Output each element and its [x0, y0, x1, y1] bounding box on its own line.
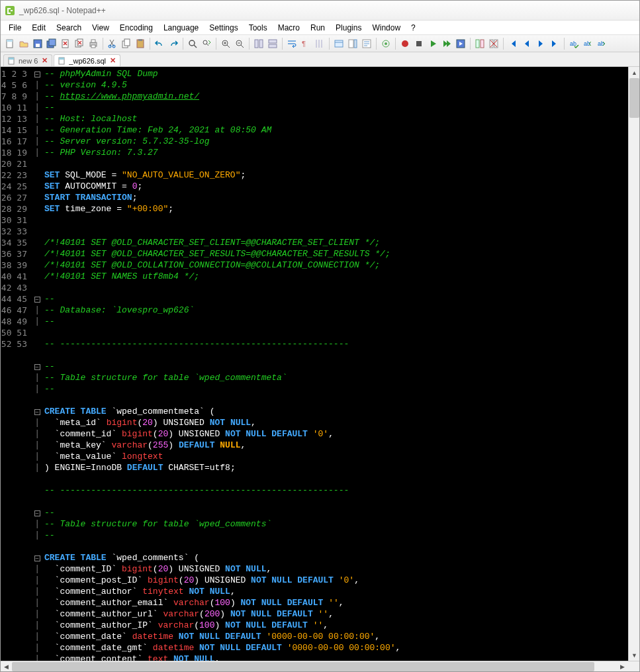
- play-multi-icon[interactable]: [440, 37, 453, 50]
- svg-rect-30: [349, 40, 353, 48]
- svg-rect-25: [269, 40, 277, 43]
- print-icon[interactable]: [87, 37, 100, 50]
- svg-point-19: [189, 40, 195, 46]
- cut-icon[interactable]: [106, 37, 119, 50]
- nav-first-icon[interactable]: [506, 37, 520, 50]
- scroll-left-icon[interactable]: ◀: [1, 661, 12, 672]
- zoom-out-icon[interactable]: [233, 37, 246, 50]
- tab-label: _wp626.sql: [69, 57, 106, 65]
- undo-icon[interactable]: [153, 37, 166, 50]
- save-macro-icon[interactable]: [454, 37, 467, 50]
- zoom-in-icon[interactable]: [219, 37, 232, 50]
- spell-icon[interactable]: ab: [567, 37, 580, 50]
- menu-tools[interactable]: Tools: [244, 22, 273, 34]
- file-icon: [58, 57, 66, 65]
- nav-last-icon[interactable]: [548, 37, 561, 50]
- tab-new-6[interactable]: new 6 ✕: [3, 54, 52, 66]
- menu-settings[interactable]: Settings: [204, 22, 243, 34]
- close-all-icon[interactable]: [73, 37, 86, 50]
- svg-text:¶: ¶: [302, 40, 306, 48]
- toolbar-separator: [564, 38, 565, 50]
- tab-wp626-sql[interactable]: _wp626.sql ✕: [54, 54, 120, 66]
- save-icon[interactable]: [31, 37, 44, 50]
- menu-plugins[interactable]: Plugins: [330, 22, 367, 34]
- redo-icon[interactable]: [167, 37, 180, 50]
- menu-view[interactable]: View: [87, 22, 114, 34]
- svg-rect-24: [259, 40, 263, 48]
- replace-icon[interactable]: [200, 37, 213, 50]
- menu-language[interactable]: Language: [158, 22, 204, 34]
- sync-h-icon[interactable]: [266, 37, 279, 50]
- menu-help[interactable]: ?: [406, 22, 421, 34]
- paste-icon[interactable]: [134, 37, 147, 50]
- svg-rect-4: [36, 44, 40, 47]
- svg-rect-29: [354, 40, 357, 48]
- vertical-scrollbar[interactable]: ▲ ▼: [628, 67, 639, 661]
- toolbar-separator: [395, 38, 396, 50]
- svg-rect-16: [124, 39, 130, 46]
- menu-edit[interactable]: Edit: [26, 22, 51, 34]
- spell-next-icon[interactable]: ab: [595, 37, 608, 50]
- close-icon[interactable]: ✕: [42, 56, 48, 65]
- svg-rect-45: [9, 58, 14, 60]
- toolbar-separator: [249, 38, 250, 50]
- compare-icon[interactable]: [473, 37, 486, 50]
- svg-rect-28: [335, 40, 343, 47]
- close-file-icon[interactable]: [59, 37, 72, 50]
- scroll-thumb[interactable]: [629, 78, 639, 118]
- svg-rect-23: [255, 40, 258, 48]
- app-icon: [5, 5, 15, 16]
- window-title: _wp626.sql - Notepad++: [19, 6, 106, 15]
- wordwrap-icon[interactable]: [285, 37, 298, 50]
- toolbar-separator: [329, 38, 330, 50]
- svg-rect-6: [49, 39, 56, 46]
- nav-next-icon[interactable]: [534, 37, 547, 50]
- new-file-icon[interactable]: [3, 37, 17, 50]
- svg-rect-37: [476, 40, 479, 48]
- svg-rect-18: [138, 39, 142, 41]
- svg-rect-2: [7, 40, 13, 42]
- close-icon[interactable]: ✕: [110, 56, 116, 65]
- find-icon[interactable]: [186, 37, 199, 50]
- doc-map-icon[interactable]: [346, 37, 359, 50]
- menu-search[interactable]: Search: [51, 22, 87, 34]
- svg-text:ab: ab: [570, 40, 576, 47]
- stop-macro-icon[interactable]: [412, 37, 426, 50]
- indent-guide-icon[interactable]: [313, 37, 326, 50]
- toolbar-separator: [503, 38, 504, 50]
- scroll-down-icon[interactable]: ▼: [629, 649, 640, 661]
- horizontal-scrollbar[interactable]: ◀ ▶: [1, 661, 639, 671]
- code-area[interactable]: -- phpMyAdmin SQL Dump -- version 4.9.5 …: [42, 67, 628, 661]
- scroll-right-icon[interactable]: ▶: [617, 661, 628, 672]
- clear-compare-icon[interactable]: [487, 37, 500, 50]
- svg-point-33: [385, 42, 387, 45]
- save-all-icon[interactable]: [45, 37, 58, 50]
- line-gutter: 1 2 3 4 5 6 7 8 9 10 11 12 13 14 15 16 1…: [1, 67, 32, 661]
- menu-run[interactable]: Run: [305, 22, 330, 34]
- toolbar-separator: [376, 38, 377, 50]
- tab-label: new 6: [19, 57, 38, 65]
- record-macro-icon[interactable]: [398, 37, 412, 50]
- monitoring-icon[interactable]: [379, 37, 392, 50]
- open-file-icon[interactable]: [17, 37, 30, 50]
- fold-column[interactable]: − │││││││ −││ −││ −│││││ −││ −│││││││││: [32, 67, 42, 661]
- svg-rect-26: [269, 44, 277, 48]
- menu-window[interactable]: Window: [367, 22, 406, 34]
- play-macro-icon[interactable]: [426, 37, 439, 50]
- file-icon: [8, 57, 16, 65]
- sync-v-icon[interactable]: [252, 37, 265, 50]
- show-all-chars-icon[interactable]: ¶: [299, 37, 312, 50]
- svg-rect-35: [416, 41, 422, 46]
- copy-icon[interactable]: [120, 37, 133, 50]
- spell-prev-icon[interactable]: ab: [581, 37, 594, 50]
- menu-file[interactable]: File: [3, 22, 26, 34]
- svg-text:ab: ab: [598, 40, 604, 47]
- function-list-icon[interactable]: [360, 37, 373, 50]
- menu-encoding[interactable]: Encoding: [114, 22, 158, 34]
- nav-prev-icon[interactable]: [520, 37, 533, 50]
- scroll-thumb[interactable]: [12, 662, 594, 671]
- folder-as-workspace-icon[interactable]: [332, 37, 345, 50]
- svg-rect-38: [480, 40, 484, 48]
- scroll-up-icon[interactable]: ▲: [629, 67, 640, 78]
- menu-macro[interactable]: Macro: [273, 22, 305, 34]
